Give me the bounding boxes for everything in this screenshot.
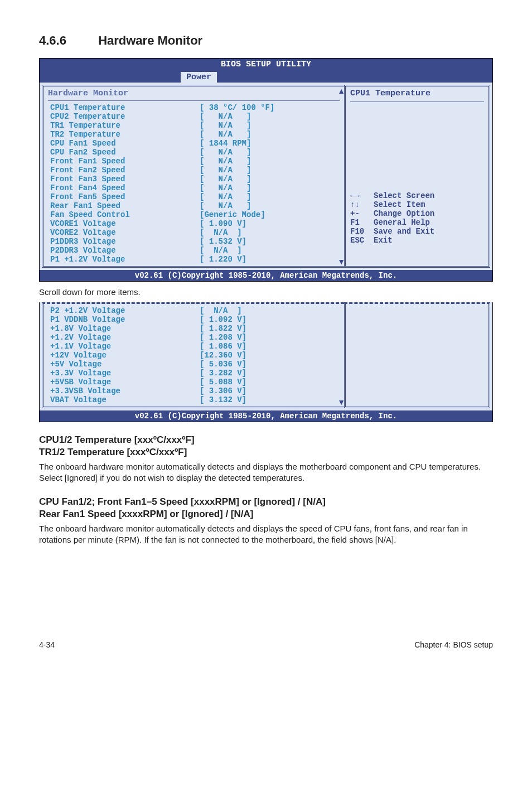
table-row[interactable]: VCORE2 Voltage[ N/A ] <box>48 228 340 237</box>
row-value: [ N/A ] <box>197 246 340 255</box>
table-row[interactable]: CPU1 Temperature[ 38 °C/ 100 °F] <box>48 103 340 112</box>
row-label: Front Fan4 Speed <box>48 183 197 192</box>
table-row[interactable]: Front Fan4 Speed[ N/A ] <box>48 183 340 192</box>
section-number: 4.6.6 <box>39 33 95 48</box>
row-value: [ 1844 RPM] <box>197 139 340 148</box>
tab-power[interactable]: Power <box>180 71 217 83</box>
row-label: +12V Voltage <box>48 351 197 360</box>
row-value: [ N/A ] <box>197 306 340 315</box>
table-row[interactable]: Fan Speed Control[Generic Mode] <box>48 210 340 219</box>
bios-table-1: CPU1 Temperature[ 38 °C/ 100 °F]CPU2 Tem… <box>48 103 340 264</box>
row-label: +1.2V Voltage <box>48 333 197 342</box>
bios-left-panel-2: P2 +1.2V Voltage[ N/A ]P1 VDDNB Voltage[… <box>42 302 344 408</box>
para-2: The onboard hardware monitor automatical… <box>39 523 493 546</box>
row-value: [ 5.036 V] <box>197 360 340 369</box>
row-label: Rear Fan1 Speed <box>48 201 197 210</box>
table-row[interactable]: +3.3VSB Voltage[ 3.306 V] <box>48 386 340 395</box>
row-value: [ 1.532 V] <box>197 237 340 246</box>
table-row[interactable]: +5V Voltage[ 5.036 V] <box>48 360 340 369</box>
help-row: +- Change Option <box>350 209 484 218</box>
row-label: P2 +1.2V Voltage <box>48 306 197 315</box>
row-value: [ N/A ] <box>197 148 340 157</box>
row-label: P2DDR3 Voltage <box>48 246 197 255</box>
row-value: [ 3.306 V] <box>197 386 340 395</box>
para-1: The onboard hardware monitor automatical… <box>39 461 493 484</box>
table-row[interactable]: Front Fan3 Speed[ N/A ] <box>48 175 340 183</box>
subhead-2b: Rear Fan1 Speed [xxxxRPM] or [Ignored] /… <box>39 509 493 520</box>
table-row[interactable]: Front Fan2 Speed[ N/A ] <box>48 166 340 175</box>
row-value: [12.360 V] <box>197 351 340 360</box>
row-label: +5VSB Voltage <box>48 378 197 386</box>
bios-left-panel: ▲ Hardware Monitor CPU1 Temperature[ 38 … <box>42 85 344 268</box>
bios-footer-2: v02.61 (C)Copyright 1985-2010, American … <box>40 410 492 422</box>
table-row[interactable]: VBAT Voltage[ 3.132 V] <box>48 395 340 404</box>
help-row: F1 General Help <box>350 218 484 227</box>
table-row[interactable]: CPU Fan1 Speed[ 1844 RPM] <box>48 139 340 148</box>
row-value: [ N/A ] <box>197 112 340 121</box>
row-label: P1 +1.2V Voltage <box>48 255 197 264</box>
table-row[interactable]: P2 +1.2V Voltage[ N/A ] <box>48 306 340 315</box>
row-value: [ 3.132 V] <box>197 395 340 404</box>
section-title: Hardware Monitor <box>98 33 202 47</box>
table-row[interactable]: P1DDR3 Voltage[ 1.532 V] <box>48 237 340 246</box>
bios-screen-2: P2 +1.2V Voltage[ N/A ]P1 VDDNB Voltage[… <box>39 302 493 422</box>
table-row[interactable]: Front Fan5 Speed[ N/A ] <box>48 192 340 201</box>
help-row: ESC Exit <box>350 236 484 245</box>
table-row[interactable]: CPU Fan2 Speed[ N/A ] <box>48 148 340 157</box>
row-value: [ 1.090 V] <box>197 219 340 228</box>
row-value: [ 1.208 V] <box>197 333 340 342</box>
page-footer: 4-34 Chapter 4: BIOS setup <box>0 573 532 666</box>
footer-right: Chapter 4: BIOS setup <box>414 640 493 649</box>
row-label: +3.3V Voltage <box>48 369 197 378</box>
table-row[interactable]: Rear Fan1 Speed[ N/A ] <box>48 201 340 210</box>
help-row: ←→ Select Screen <box>350 191 484 200</box>
row-label: +5V Voltage <box>48 360 197 369</box>
table-row[interactable]: +1.8V Voltage[ 1.822 V] <box>48 324 340 333</box>
row-label: CPU1 Temperature <box>48 103 197 112</box>
row-label: +3.3VSB Voltage <box>48 386 197 395</box>
row-label: Front Fan5 Speed <box>48 192 197 201</box>
help-row: ↑↓ Select Item <box>350 200 484 209</box>
bios-title: BIOS SETUP UTILITY <box>40 59 492 70</box>
row-value: [Generic Mode] <box>197 210 340 219</box>
table-row[interactable]: +1.1V Voltage[ 1.086 V] <box>48 342 340 351</box>
row-label: VBAT Voltage <box>48 395 197 404</box>
subhead-2a: CPU Fan1/2; Front Fan1–5 Speed [xxxxRPM]… <box>39 496 493 508</box>
row-label: P1 VDDNB Voltage <box>48 315 197 324</box>
table-row[interactable]: +12V Voltage[12.360 V] <box>48 351 340 360</box>
row-label: +1.1V Voltage <box>48 342 197 351</box>
table-row[interactable]: Front Fan1 Speed[ N/A ] <box>48 157 340 166</box>
bios-table-2: P2 +1.2V Voltage[ N/A ]P1 VDDNB Voltage[… <box>48 306 340 404</box>
row-value: [ N/A ] <box>197 201 340 210</box>
table-row[interactable]: P2DDR3 Voltage[ N/A ] <box>48 246 340 255</box>
row-value: [ N/A ] <box>197 192 340 201</box>
table-row[interactable]: P1 +1.2V Voltage[ 1.220 V] <box>48 255 340 264</box>
row-label: TR2 Temperature <box>48 130 197 139</box>
table-row[interactable]: VCORE1 Voltage[ 1.090 V] <box>48 219 340 228</box>
row-value: [ N/A ] <box>197 130 340 139</box>
footer-left: 4-34 <box>39 640 55 649</box>
help-keys: ←→ Select Screen↑↓ Select Item+- Change … <box>350 191 484 245</box>
table-row[interactable]: TR2 Temperature[ N/A ] <box>48 130 340 139</box>
scroll-caption: Scroll down for more items. <box>39 287 493 297</box>
row-value: [ N/A ] <box>197 175 340 183</box>
table-row[interactable]: CPU2 Temperature[ N/A ] <box>48 112 340 121</box>
help-row: F10 Save and Exit <box>350 227 484 236</box>
row-label: Front Fan1 Speed <box>48 157 197 166</box>
row-value: [ 1.092 V] <box>197 315 340 324</box>
row-label: CPU Fan1 Speed <box>48 139 197 148</box>
bios-screen-1: BIOS SETUP UTILITY Power ▲ Hardware Moni… <box>39 58 493 282</box>
table-row[interactable]: +1.2V Voltage[ 1.208 V] <box>48 333 340 342</box>
row-value: [ N/A ] <box>197 228 340 237</box>
row-label: Front Fan3 Speed <box>48 175 197 183</box>
table-row[interactable]: +5VSB Voltage[ 5.088 V] <box>48 378 340 386</box>
row-value: [ N/A ] <box>197 183 340 192</box>
row-label: CPU2 Temperature <box>48 112 197 121</box>
table-row[interactable]: +3.3V Voltage[ 3.282 V] <box>48 369 340 378</box>
table-row[interactable]: TR1 Temperature[ N/A ] <box>48 121 340 130</box>
row-label: VCORE2 Voltage <box>48 228 197 237</box>
row-value: [ N/A ] <box>197 121 340 130</box>
row-value: [ 38 °C/ 100 °F] <box>197 103 340 112</box>
panel-title: Hardware Monitor <box>48 89 340 99</box>
table-row[interactable]: P1 VDDNB Voltage[ 1.092 V] <box>48 315 340 324</box>
